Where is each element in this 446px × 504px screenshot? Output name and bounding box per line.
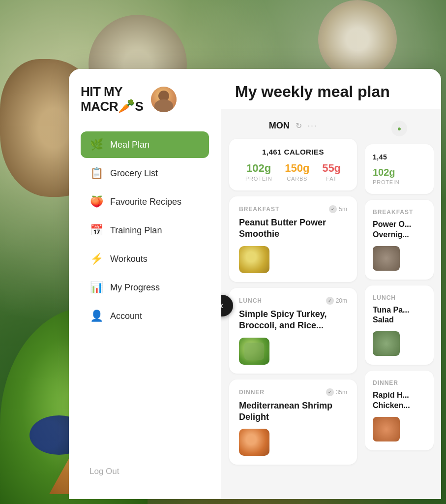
workouts-icon: ⚡ — [89, 252, 103, 265]
tue-lunch-thumb — [373, 331, 400, 356]
breakfast-type-row: BREAKFAST ✓ 5m — [239, 205, 347, 213]
page-title: My weekly meal plan — [235, 83, 427, 101]
sidebar-label-workouts: Workouts — [110, 254, 148, 264]
bg-plate2-decoration — [318, 0, 397, 79]
sidebar-label-grocery-list: Grocery List — [110, 168, 158, 179]
my-progress-icon: 📊 — [89, 281, 103, 294]
app-logo: HIT MY MACR🥕S — [81, 85, 143, 114]
meal-plan-icon: 🌿 — [89, 138, 103, 151]
page-header: My weekly meal plan — [221, 69, 441, 109]
sidebar-label-meal-plan: Meal Plan — [110, 140, 149, 150]
tuesday-dot: ● — [391, 121, 407, 136]
logo-icon-carrot: 🥕 — [118, 98, 135, 114]
dinner-thumbnail — [239, 429, 269, 456]
carbs-label: CARBS — [285, 176, 309, 182]
lunch-type-row: LUNCH ✓ 20m — [239, 297, 347, 305]
monday-label: MON — [269, 121, 290, 131]
tue-breakfast-label: BREAKFAST — [373, 209, 413, 216]
sidebar-label-my-progress: My Progress — [110, 283, 160, 293]
favourite-recipes-icon: 🍑 — [89, 195, 103, 208]
tue-breakfast-name: Power O... Overnig... — [373, 220, 426, 240]
sidebar-label-account: Account — [110, 311, 142, 321]
dinner-type-row: DINNER ✓ 35m — [239, 388, 347, 396]
main-panel: HIT MY MACR🥕S 🌿 Meal Plan 📋 — [69, 69, 441, 499]
monday-breakfast-card[interactable]: BREAKFAST ✓ 5m Peanut Butter Power Smoot… — [229, 196, 357, 282]
tuesday-dinner-card[interactable]: DINNER Rapid H... Chicken... — [365, 371, 434, 450]
logo-line1: HIT MY — [81, 85, 143, 99]
lunch-thumbnail — [239, 338, 269, 365]
tue-dinner-thumb — [373, 417, 400, 441]
carbs-macro: 150g CARBS — [285, 162, 309, 182]
lunch-label: LUNCH — [239, 297, 262, 304]
breakfast-time: ✓ 5m — [329, 205, 347, 213]
tue-dinner-label: DINNER — [373, 379, 398, 386]
sync-icon[interactable]: ↻ — [296, 121, 302, 130]
sidebar-item-account[interactable]: 👤 Account — [81, 303, 209, 329]
monday-lunch-card[interactable]: LUNCH ✓ 20m Simple Spicy Turkey, Broccol… — [229, 288, 357, 374]
breakfast-name: Peanut Butter Power Smoothie — [239, 217, 347, 240]
sidebar-item-grocery-list[interactable]: 📋 Grocery List — [81, 160, 209, 187]
tue-calories: 1,45 — [373, 153, 426, 161]
logo-line2: MACR🥕S — [81, 99, 143, 114]
sidebar-nav: 🌿 Meal Plan 📋 Grocery List 🍑 Favourite R… — [81, 131, 209, 331]
monday-column: MON ↻ ··· 1,461 CALORIES 102g PROTEIN 15… — [229, 117, 357, 471]
tue-lunch-name: Tuna Pa... Salad — [373, 305, 426, 326]
tuesday-label: ● — [397, 125, 401, 132]
more-options-icon[interactable]: ··· — [308, 122, 317, 130]
tuesday-header: ● — [365, 117, 434, 144]
main-content-area: ‹ My weekly meal plan MON ↻ ··· 1,461 CA… — [221, 69, 441, 499]
fat-macro: 55g FAT — [322, 162, 341, 182]
dinner-label: DINNER — [239, 389, 265, 396]
monday-dinner-card[interactable]: DINNER ✓ 35m Mediterranean Shrimp Deligh… — [229, 379, 357, 465]
sidebar-item-training-plan[interactable]: 📅 Training Plan — [81, 217, 209, 244]
training-plan-icon: 📅 — [89, 224, 103, 237]
protein-label: PROTEIN — [245, 176, 272, 182]
logout-button[interactable]: Log Out — [81, 460, 209, 483]
clock-icon-dinner: ✓ — [326, 388, 334, 396]
tuesday-macro-card: 1,45 102g PROTEIN — [365, 144, 434, 194]
tuesday-column: ● 1,45 102g PROTEIN BREAKFAST — [365, 117, 434, 471]
dinner-time: ✓ 35m — [326, 388, 347, 396]
grocery-list-icon: 📋 — [89, 167, 103, 180]
sidebar: HIT MY MACR🥕S 🌿 Meal Plan 📋 — [69, 69, 221, 499]
dinner-name: Mediterranean Shrimp Delight — [239, 400, 347, 423]
tue-breakfast-thumb — [373, 246, 400, 271]
tue-protein: 102g PROTEIN — [373, 167, 426, 185]
sidebar-item-my-progress[interactable]: 📊 My Progress — [81, 274, 209, 301]
tuesday-breakfast-card[interactable]: BREAKFAST Power O... Overnig... — [365, 200, 434, 280]
sidebar-item-meal-plan[interactable]: 🌿 Meal Plan — [81, 131, 209, 158]
sidebar-label-favourite-recipes: Favourite Recipes — [110, 197, 181, 207]
protein-macro: 102g PROTEIN — [245, 162, 272, 182]
tue-dinner-name: Rapid H... Chicken... — [373, 390, 426, 411]
macros-row: 102g PROTEIN 150g CARBS 55g FAT — [239, 162, 347, 182]
clock-icon: ✓ — [329, 205, 337, 213]
lunch-time: ✓ 20m — [326, 297, 347, 305]
tuesday-lunch-card[interactable]: LUNCH Tuna Pa... Salad — [365, 285, 434, 365]
day-columns-wrapper: MON ↻ ··· 1,461 CALORIES 102g PROTEIN 15… — [221, 109, 441, 471]
breakfast-label: BREAKFAST — [239, 206, 279, 213]
calories-display: 1,461 CALORIES — [239, 148, 347, 156]
tue-lunch-label: LUNCH — [373, 294, 396, 301]
fat-label: FAT — [322, 176, 341, 182]
protein-value: 102g — [245, 162, 272, 175]
monday-header: MON ↻ ··· — [229, 117, 357, 139]
user-avatar[interactable] — [151, 87, 177, 112]
account-icon: 👤 — [89, 310, 103, 322]
lunch-name: Simple Spicy Turkey, Broccoli, and Rice.… — [239, 309, 347, 332]
logo-area: HIT MY MACR🥕S — [81, 85, 209, 114]
fat-value: 55g — [322, 162, 341, 175]
carbs-value: 150g — [285, 162, 309, 175]
breakfast-thumbnail — [239, 246, 269, 273]
monday-macro-card: 1,461 CALORIES 102g PROTEIN 150g CARBS 5… — [229, 139, 357, 190]
sidebar-label-training-plan: Training Plan — [110, 225, 162, 236]
back-arrow-icon: ‹ — [221, 299, 224, 312]
sidebar-item-workouts[interactable]: ⚡ Workouts — [81, 246, 209, 272]
sidebar-item-favourite-recipes[interactable]: 🍑 Favourite Recipes — [81, 189, 209, 215]
clock-icon-lunch: ✓ — [326, 297, 334, 305]
